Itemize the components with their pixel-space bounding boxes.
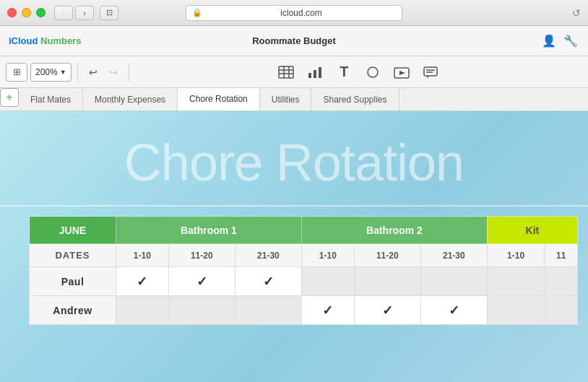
table-row: Paul ✓ ✓ ✓ — [30, 267, 578, 296]
andrew-b1-1 — [116, 296, 169, 325]
share-icon[interactable]: 👤 — [540, 32, 558, 49]
svg-rect-5 — [308, 73, 311, 78]
svg-marker-14 — [426, 76, 429, 78]
sheet-title: Chore Rotation — [0, 133, 588, 192]
traffic-lights — [7, 8, 46, 17]
svg-rect-7 — [319, 67, 321, 78]
andrew-b2-2: ✓ — [354, 296, 420, 325]
text-icon: T — [340, 64, 348, 80]
andrew-b1-2 — [168, 296, 235, 325]
url-bar[interactable]: 🔒 icloud.com — [186, 5, 402, 21]
insert-text-button[interactable]: T — [332, 62, 355, 82]
divider-line — [0, 205, 588, 207]
header-june: JUNE — [30, 217, 116, 244]
insert-toolbar: T — [274, 62, 442, 82]
insert-media-button[interactable] — [390, 62, 413, 82]
andrew-b2-1: ✓ — [301, 296, 354, 325]
dates-label: DATES — [30, 244, 116, 267]
checkmark-icon: ✓ — [322, 303, 333, 318]
title-bar: ‹ › ⊡ 🔒 icloud.com ↺ — [0, 0, 588, 26]
svg-rect-6 — [314, 70, 316, 78]
paul-b1-3: ✓ — [235, 267, 301, 296]
numbers-toolbar: ⊞ 200% ▼ ↩ ↪ T — [0, 56, 588, 88]
tab-shared-supplies[interactable]: Shared Supplies — [311, 88, 399, 110]
redo-button[interactable]: ↪ — [104, 63, 123, 82]
date-kit-2: 11 — [545, 244, 578, 267]
chore-table: JUNE Bathroom 1 Bathroom 2 Kit DATES 1-1… — [29, 216, 578, 325]
svg-point-8 — [368, 67, 378, 77]
andrew-b2-3: ✓ — [420, 296, 487, 325]
header-bathroom2: Bathroom 2 — [301, 217, 487, 244]
name-paul: Paul — [30, 267, 116, 296]
toolbar-right: 👤 🔧 — [540, 32, 579, 49]
document-title: Roommate Budget — [252, 35, 336, 46]
back-button[interactable]: ‹ — [54, 6, 73, 20]
checkmark-icon: ✓ — [137, 274, 147, 289]
insert-table-button[interactable] — [274, 62, 298, 82]
paul-b2-3 — [420, 267, 487, 296]
date-b1-2: 11-20 — [168, 244, 235, 267]
sheet-view-button[interactable]: ⊞ — [6, 63, 27, 82]
checkmark-icon: ✓ — [382, 303, 393, 318]
paul-b1-2: ✓ — [168, 267, 235, 296]
separator-2 — [129, 63, 129, 82]
add-sheet-button[interactable]: + — [0, 88, 19, 107]
zoom-value: 200% — [35, 67, 58, 77]
date-b1-3: 21-30 — [235, 244, 301, 267]
sheet-tabs: + Flat Mates Monthly Expenses Chore Rota… — [0, 88, 588, 111]
fullscreen-button[interactable] — [36, 8, 46, 17]
date-b2-3: 21-30 — [420, 244, 487, 267]
undo-button[interactable]: ↩ — [84, 63, 103, 82]
date-b2-1: 1-10 — [301, 244, 354, 267]
undo-redo-group: ↩ ↪ — [84, 63, 123, 82]
minimize-button[interactable] — [22, 8, 31, 17]
tab-flat-mates[interactable]: Flat Mates — [19, 88, 83, 110]
lock-icon: 🔒 — [192, 8, 202, 17]
table-header-row: JUNE Bathroom 1 Bathroom 2 Kit — [30, 217, 578, 244]
main-content: Chore Rotation JUNE Bathroom 1 Bathroom … — [0, 111, 588, 382]
paul-b2-2 — [354, 267, 420, 296]
app-toolbar: iCloud Numbers Roommate Budget 👤 🔧 — [0, 26, 588, 56]
window-mode-button[interactable]: ⊡ — [100, 6, 118, 20]
paul-b2-1 — [301, 267, 354, 296]
paul-b1-1: ✓ — [116, 267, 169, 296]
checkmark-icon: ✓ — [263, 274, 274, 289]
name-andrew: Andrew — [30, 296, 116, 325]
svg-marker-10 — [399, 71, 405, 75]
dates-row: DATES 1-10 11-20 21-30 1-10 11-20 21-30 … — [30, 244, 578, 267]
tab-utilities[interactable]: Utilities — [260, 88, 312, 110]
tab-chore-rotation[interactable]: Chore Rotation — [178, 88, 260, 111]
insert-shape-button[interactable] — [361, 62, 384, 82]
paul-kit-1 — [487, 267, 544, 296]
svg-rect-0 — [279, 66, 293, 78]
separator-1 — [77, 63, 78, 82]
checkmark-icon: ✓ — [449, 303, 459, 318]
andrew-kit-2 — [545, 296, 578, 325]
header-kit: Kit — [487, 217, 577, 244]
close-button[interactable] — [7, 8, 17, 17]
insert-comment-button[interactable] — [419, 62, 442, 82]
reload-button[interactable]: ↺ — [572, 7, 581, 19]
app-name: iCloud Numbers — [9, 35, 81, 46]
paul-kit-2 — [545, 267, 578, 296]
date-b2-2: 11-20 — [354, 244, 420, 267]
table-row: Andrew ✓ ✓ ✓ — [30, 296, 578, 325]
settings-icon[interactable]: 🔧 — [562, 32, 579, 49]
zoom-chevron: ▼ — [60, 69, 66, 76]
insert-chart-button[interactable] — [303, 62, 327, 82]
zoom-control[interactable]: 200% ▼ — [30, 63, 72, 82]
forward-button[interactable]: › — [75, 6, 94, 20]
date-kit-1: 1-10 — [487, 244, 544, 267]
header-bathroom1: Bathroom 1 — [116, 217, 302, 244]
svg-rect-11 — [424, 67, 437, 76]
url-text: icloud.com — [207, 8, 396, 18]
tab-monthly-expenses[interactable]: Monthly Expenses — [83, 88, 178, 110]
andrew-kit-1 — [487, 296, 544, 325]
nav-buttons: ‹ › — [54, 6, 94, 20]
andrew-b1-3 — [235, 296, 301, 325]
checkmark-icon: ✓ — [196, 274, 207, 289]
chore-table-container: JUNE Bathroom 1 Bathroom 2 Kit DATES 1-1… — [29, 216, 588, 325]
date-b1-1: 1-10 — [116, 244, 169, 267]
